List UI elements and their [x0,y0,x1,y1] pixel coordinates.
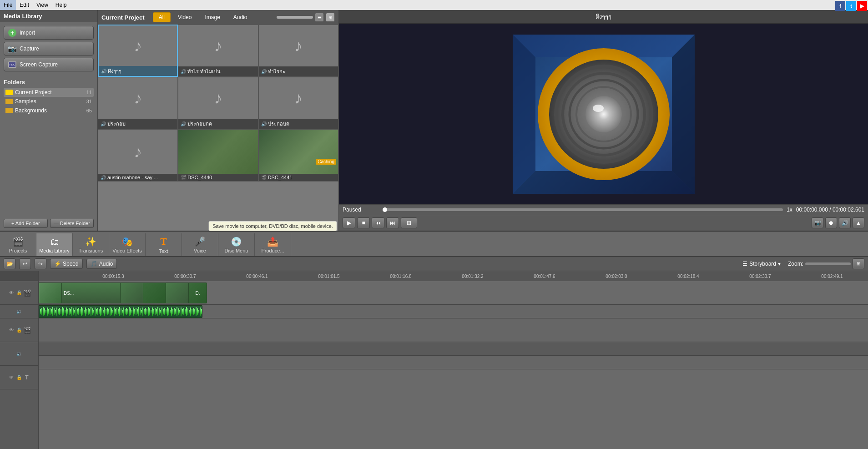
video-clip[interactable]: DS... D. [39,283,207,303]
storyboard-toggle[interactable]: ☰ Storyboard ▾ [742,261,781,267]
audio-clip[interactable] [39,305,202,318]
screen-capture-button[interactable]: Screen Capture [4,58,94,71]
media-item-6[interactable]: ♪ 🔊 ประกอบด [258,77,338,129]
tab-voice[interactable]: 🎤 Voice [182,233,218,256]
import-label: Import [20,30,35,36]
zoom-slider[interactable] [805,262,851,265]
ruler-mark-8: 00:02:18.4 [652,274,724,279]
preview-video [339,24,868,204]
folder-samples[interactable]: Samples 31 [4,97,94,106]
svg-rect-110 [172,309,173,314]
svg-rect-111 [174,308,175,315]
media-item-5[interactable]: ♪ 🔊 ประกอบกด [178,77,258,129]
prev-button[interactable]: ⏮ [372,217,384,228]
video-effects-icon: 🎭 [121,236,133,247]
media-label-text-3: ทำไรอะ [268,67,285,76]
svg-rect-28 [61,309,61,314]
track-lock-icon-2[interactable]: 🔒 [16,327,22,333]
delete-folder-button[interactable]: — Delete Folder [50,219,94,228]
track-eye-icon-3[interactable]: 👁 [8,374,15,381]
media-label-text-5: ประกอบกด [187,120,212,128]
menu-edit[interactable]: Edit [16,0,33,10]
view-size-slider[interactable] [277,16,313,19]
volume-icon[interactable]: 🔊 [839,217,851,228]
svg-rect-119 [185,309,186,314]
track-lock-icon[interactable]: 🔒 [16,290,22,296]
track-audio-vol-icon: 🔉 [16,308,22,315]
fullscreen-button[interactable]: ⊞ [401,217,417,228]
timeline-redo-btn[interactable]: ↪ [35,258,46,269]
media-grid-container[interactable]: ♪ 🔊 ดึงๆๆๆ ♪ 🔊 ทำไร ทำไมเปน [98,25,338,231]
svg-rect-81 [133,308,134,316]
track-lock-icon-3[interactable]: 🔒 [16,374,22,381]
track-film-icon: 🎬 [24,290,30,296]
zoom-fit-btn[interactable]: ⊞ [853,258,864,269]
filter-image[interactable]: Image [199,12,226,22]
grid-view-button[interactable]: ☰ [315,13,324,22]
settings-icon[interactable]: ▲ [853,217,864,228]
svg-rect-27 [59,308,60,315]
tab-produce[interactable]: 📤 Produce... Save movie to computer, DVD… [255,233,291,256]
menu-help[interactable]: Help [52,0,71,10]
import-button[interactable]: + Import [4,26,94,40]
media-item-9[interactable]: Caching 🎬 DSC_4441 [258,129,338,182]
stop-button[interactable]: ■ [357,217,370,228]
capture-button[interactable]: 📷 Capture [4,42,94,55]
add-folder-button[interactable]: + Add Folder [4,219,48,228]
media-item-1[interactable]: ♪ 🔊 ดึงๆๆๆ [98,25,178,77]
media-item-2[interactable]: ♪ 🔊 ทำไร ทำไมเปน [178,25,258,77]
track-control-audio: 🔉 [0,305,38,318]
play-button[interactable]: ▶ [343,217,355,228]
view-controls: ☰ ⊞ [277,13,335,22]
media-item-4[interactable]: ♪ 🔊 ประกอบ [98,77,178,129]
svg-rect-129 [198,310,199,313]
list-view-button[interactable]: ⊞ [326,13,335,22]
next-button[interactable]: ⏭ [386,217,399,228]
tab-text[interactable]: T Text [146,233,182,256]
timeline-open-btn[interactable]: 📂 [4,258,15,269]
disc-menu-icon: 💿 [231,236,242,247]
media-item-3[interactable]: ♪ 🔊 ทำไรอะ [258,25,338,77]
media-thumb-2: ♪ [178,25,257,66]
music-note-icon-3: ♪ [294,36,303,55]
media-thumb-5: ♪ [178,77,257,119]
speed-tool-btn[interactable]: ⚡ Speed [50,259,83,269]
svg-rect-85 [138,307,139,316]
ruler-mark-2: 00:00:46.1 [221,274,293,279]
media-label-2: 🔊 ทำไร ทำไมเปน [178,66,257,76]
tab-media-library[interactable]: 🗂 Media Library [36,233,73,256]
youtube-icon[interactable]: ▶ [857,1,867,11]
svg-rect-107 [168,308,169,315]
folder-current-project[interactable]: Current Project 11 [4,88,94,97]
folder-backgrounds[interactable]: Backgrounds 65 [4,106,94,115]
svg-rect-47 [86,309,87,314]
audio-tool-btn[interactable]: 🎵 Audio [86,259,117,269]
svg-rect-125 [193,308,194,315]
filter-audio[interactable]: Audio [227,12,253,22]
tab-disc-menu[interactable]: 💿 Disc Menu [218,233,255,256]
tab-transitions[interactable]: ✨ Transitions [73,233,109,256]
timeline-undo-btn[interactable]: ↩ [19,258,31,269]
tab-video-effects[interactable]: 🎭 Video Effects [109,233,146,256]
record-icon[interactable]: ⏺ [825,217,837,228]
svg-rect-87 [141,310,142,313]
filter-video[interactable]: Video [172,12,197,22]
snapshot-icon[interactable]: 📷 [812,217,823,228]
tab-projects[interactable]: 🎬 Projects [0,233,36,256]
screen-capture-label: Screen Capture [20,61,58,68]
ruler-marks: 00:00:15.3 00:00:30.7 00:00:46.1 00:01:0… [39,274,868,279]
track-eye-icon[interactable]: 👁 [8,290,15,296]
twitter-icon[interactable]: t [846,1,856,11]
facebook-icon[interactable]: f [835,1,845,11]
transitions-icon: ✨ [85,236,96,247]
media-item-8[interactable]: 🎬 DSC_4440 [178,129,258,182]
svg-marker-2 [513,35,535,194]
menu-view[interactable]: View [33,0,52,10]
preview-progress-bar[interactable] [383,208,783,211]
menu-file[interactable]: File [0,0,16,10]
media-label-text-1: ดึงๆๆๆ [108,67,121,75]
media-item-7[interactable]: ♪ 🔊 austin mahone - say ... [98,129,178,182]
svg-rect-53 [95,308,96,316]
filter-all[interactable]: All [153,12,171,22]
track-eye-icon-2[interactable]: 👁 [8,327,15,333]
